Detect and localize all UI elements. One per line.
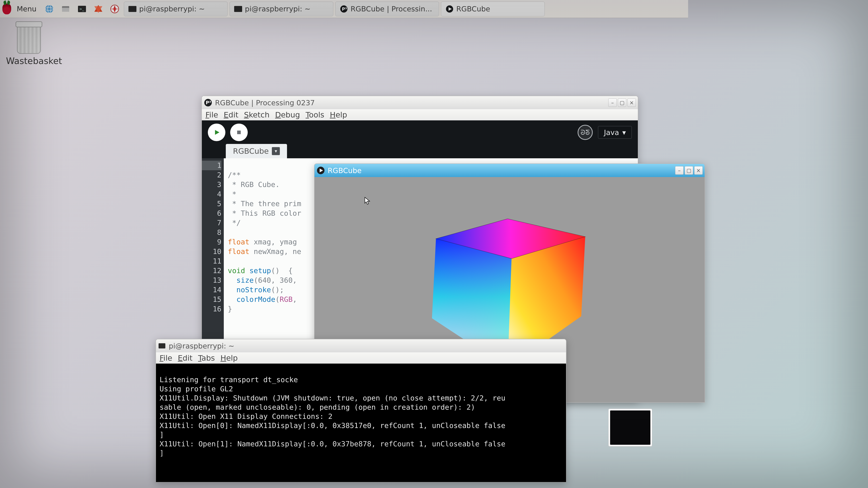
- terminal-launcher-icon[interactable]: >_: [75, 3, 89, 15]
- menu-help[interactable]: Help: [330, 110, 347, 119]
- play-icon: [445, 5, 454, 13]
- menu-edit[interactable]: Edit: [224, 110, 239, 119]
- svg-rect-10: [128, 6, 136, 12]
- close-button[interactable]: ×: [627, 98, 636, 107]
- ide-tab-rgbcube[interactable]: RGBCube ▾: [226, 144, 287, 158]
- ide-toolbar: ᘐᘕ Java ▾: [202, 121, 638, 144]
- terminal-icon: [158, 342, 166, 350]
- mathematica-launcher-icon[interactable]: [91, 3, 105, 15]
- titlebar[interactable]: RGBCube – ▢ ×: [314, 164, 705, 177]
- menu-help[interactable]: Help: [220, 354, 238, 362]
- raspberry-pi-logo-icon[interactable]: [2, 4, 11, 14]
- svg-text:>_: >_: [79, 7, 84, 11]
- taskbar-entry-rgbcube[interactable]: RGBCube: [441, 2, 545, 17]
- svg-marker-8: [94, 6, 102, 13]
- menu-edit[interactable]: Edit: [178, 354, 193, 362]
- tab-label: RGBCube: [233, 147, 269, 156]
- svg-rect-4: [62, 8, 69, 12]
- file-manager-launcher-icon[interactable]: [58, 3, 73, 15]
- maximize-button[interactable]: ▢: [618, 98, 626, 107]
- close-button[interactable]: ×: [694, 166, 703, 175]
- titlebar[interactable]: P³ RGBCube | Processing 0237 – ▢ ×: [202, 96, 638, 109]
- menu-debug[interactable]: Debug: [275, 110, 300, 119]
- stop-icon: [235, 128, 243, 136]
- svg-marker-26: [365, 197, 370, 204]
- thumbnail-card[interactable]: [608, 409, 652, 447]
- maximize-button[interactable]: ▢: [685, 166, 693, 175]
- taskbar-entry-label: pi@raspberrypi: ~: [245, 5, 311, 13]
- desktop-icon-wastebasket[interactable]: Wastebasket: [6, 26, 52, 66]
- desktop-icon-label: Wastebasket: [6, 56, 52, 66]
- svg-text:P³: P³: [206, 100, 211, 105]
- terminal-icon: [128, 5, 136, 13]
- taskbar-entry-label: RGBCube: [456, 5, 490, 13]
- window-title: RGBCube: [328, 166, 362, 175]
- terminal-output[interactable]: Listening for transport dt_socke Using p…: [156, 364, 566, 482]
- processing-icon: P³: [204, 98, 212, 107]
- window-title: RGBCube | Processing 0237: [215, 99, 315, 107]
- mouse-cursor-icon: [364, 197, 370, 205]
- svg-marker-18: [215, 130, 219, 135]
- menu-button[interactable]: Menu: [13, 4, 40, 14]
- menu-sketch[interactable]: Sketch: [244, 110, 270, 119]
- taskbar-entry-label: pi@raspberrypi: ~: [139, 5, 205, 13]
- terminal-icon: [234, 5, 242, 13]
- svg-rect-27: [159, 343, 165, 349]
- minimize-button[interactable]: –: [675, 166, 683, 175]
- wolfram-launcher-icon[interactable]: [107, 3, 122, 15]
- run-button[interactable]: [208, 124, 225, 141]
- chevron-down-icon: ▾: [622, 128, 626, 136]
- taskbar-entry-terminal-2[interactable]: pi@raspberrypi: ~: [229, 2, 333, 17]
- menu-tabs[interactable]: Tabs: [198, 354, 215, 362]
- menu-file[interactable]: File: [160, 354, 172, 362]
- stop-button[interactable]: [230, 124, 248, 141]
- thumbnail-image: [610, 411, 650, 445]
- taskbar-entry-processing[interactable]: P³ RGBCube | Processin...: [335, 2, 439, 17]
- menu-tools[interactable]: Tools: [306, 110, 324, 119]
- tab-dropdown-button[interactable]: ▾: [272, 147, 280, 155]
- play-icon: [316, 166, 325, 175]
- processing-icon: P³: [340, 5, 348, 13]
- butterfly-icon: ᘐᘕ: [581, 128, 590, 136]
- play-icon: [213, 128, 221, 136]
- mode-selector[interactable]: Java ▾: [598, 126, 632, 139]
- ide-tabs: RGBCube ▾: [202, 144, 638, 158]
- taskbar-entry-terminal-1[interactable]: pi@raspberrypi: ~: [124, 2, 227, 17]
- web-browser-launcher-icon[interactable]: [42, 3, 57, 15]
- taskbar: Menu >_ pi@raspberrypi: ~ pi@raspberrypi…: [0, 0, 688, 18]
- debug-toggle-button[interactable]: ᘐᘕ: [578, 125, 593, 140]
- taskbar-entry-label: RGBCube | Processin...: [351, 5, 432, 13]
- svg-point-0: [45, 5, 53, 13]
- window-title: pi@raspberrypi: ~: [169, 342, 234, 350]
- titlebar[interactable]: pi@raspberrypi: ~: [156, 339, 566, 352]
- svg-text:P³: P³: [342, 7, 347, 11]
- menubar: File Edit Tabs Help: [156, 352, 566, 364]
- menu-file[interactable]: File: [206, 110, 218, 119]
- trash-icon: [17, 26, 41, 54]
- minimize-button[interactable]: –: [608, 98, 617, 107]
- menubar: File Edit Sketch Debug Tools Help: [202, 109, 638, 121]
- window-terminal: pi@raspberrypi: ~ File Edit Tabs Help Li…: [156, 339, 566, 482]
- svg-rect-11: [234, 6, 242, 12]
- mode-label: Java: [604, 128, 619, 136]
- svg-rect-19: [237, 131, 241, 134]
